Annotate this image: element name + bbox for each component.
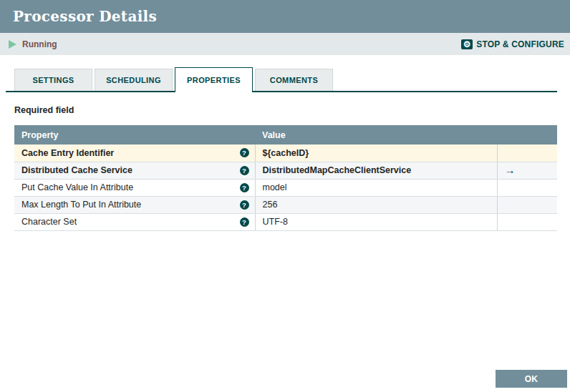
stop-and-configure-button[interactable]: ⚙ STOP & CONFIGURE bbox=[461, 39, 564, 49]
property-name: Max Length To Put In Attribute bbox=[21, 200, 141, 210]
help-icon[interactable]: ? bbox=[240, 217, 249, 227]
property-name: Character Set bbox=[21, 217, 77, 227]
gear-icon: ⚙ bbox=[461, 39, 473, 49]
actions-column-header bbox=[497, 125, 557, 144]
tab-label: SCHEDULING bbox=[106, 76, 161, 84]
table-row: Distributed Cache Service ? DistributedM… bbox=[14, 162, 557, 179]
properties-table: Property Value Cache Entry Identifier ? … bbox=[14, 125, 557, 231]
property-name: Distributed Cache Service bbox=[21, 165, 132, 175]
table-row: Max Length To Put In Attribute ? 256 → bbox=[14, 196, 557, 213]
tab-settings[interactable]: SETTINGS bbox=[14, 69, 92, 91]
tab-label: COMMENTS bbox=[270, 76, 318, 84]
property-name: Put Cache Value In Attribute bbox=[21, 182, 133, 192]
run-state: Running bbox=[9, 39, 57, 49]
dialog-titlebar: Processor Details bbox=[0, 0, 570, 33]
dialog-title: Processor Details bbox=[13, 8, 157, 25]
required-field-note: Required field bbox=[14, 105, 570, 115]
tab-underline bbox=[6, 91, 557, 92]
status-bar: Running ⚙ STOP & CONFIGURE bbox=[0, 33, 570, 55]
tab-properties[interactable]: PROPERTIES bbox=[175, 67, 253, 92]
stop-and-configure-label: STOP & CONFIGURE bbox=[476, 39, 564, 49]
tab-bar: SETTINGS SCHEDULING PROPERTIES COMMENTS bbox=[6, 67, 557, 92]
run-state-label: Running bbox=[22, 39, 57, 49]
table-row: Cache Entry Identifier ? ${cacheID} → bbox=[14, 144, 557, 162]
tab-label: SETTINGS bbox=[32, 76, 74, 84]
help-icon[interactable]: ? bbox=[240, 148, 249, 157]
property-name: Cache Entry Identifier bbox=[21, 148, 114, 158]
property-value: model bbox=[263, 182, 287, 192]
property-value: DistributedMapCacheClientService bbox=[263, 165, 412, 175]
help-icon[interactable]: ? bbox=[240, 183, 249, 192]
running-play-icon bbox=[9, 40, 16, 49]
go-to-service-arrow-icon[interactable]: → bbox=[505, 164, 516, 176]
property-value: UTF-8 bbox=[263, 217, 288, 227]
value-column-header: Value bbox=[255, 125, 497, 144]
tab-label: PROPERTIES bbox=[187, 76, 241, 84]
help-icon[interactable]: ? bbox=[240, 166, 249, 175]
property-value: ${cacheID} bbox=[263, 148, 309, 158]
property-value: 256 bbox=[263, 200, 278, 210]
table-header-row: Property Value bbox=[14, 125, 557, 144]
table-row: Put Cache Value In Attribute ? model → bbox=[14, 179, 557, 196]
ok-button[interactable]: OK bbox=[496, 370, 567, 388]
tab-scheduling[interactable]: SCHEDULING bbox=[95, 69, 173, 91]
table-row: Character Set ? UTF-8 → bbox=[14, 213, 557, 230]
help-icon[interactable]: ? bbox=[240, 200, 249, 210]
tab-comments[interactable]: COMMENTS bbox=[255, 69, 333, 91]
property-column-header: Property bbox=[14, 125, 255, 144]
